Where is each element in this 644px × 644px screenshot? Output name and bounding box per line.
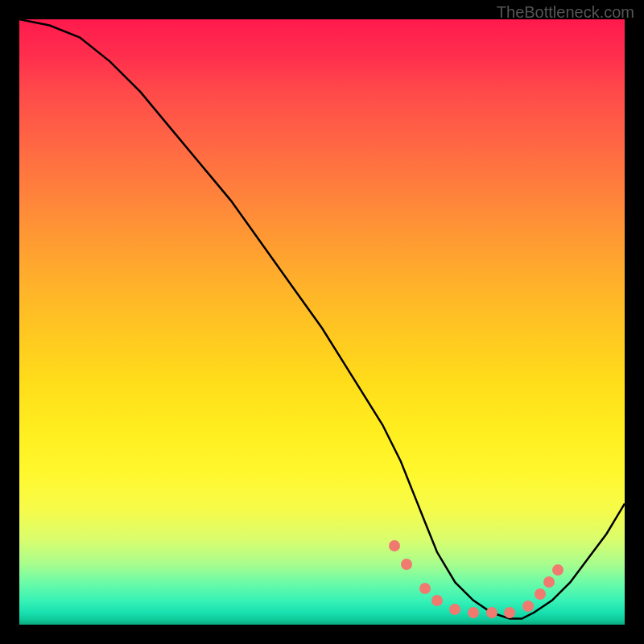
plot-area (19, 19, 625, 625)
curve-marker (486, 607, 497, 618)
curve-marker (543, 576, 555, 588)
curve-marker (522, 601, 534, 612)
curve-marker (552, 564, 564, 576)
curve-marker (535, 588, 546, 600)
curve-marker (419, 583, 431, 594)
curve-marker (504, 607, 515, 618)
marker-layer (19, 19, 625, 625)
watermark-text: TheBottleneck.com (497, 3, 634, 22)
curve-marker (389, 540, 400, 551)
curve-marker (468, 607, 479, 618)
curve-marker (449, 604, 460, 615)
curve-marker (401, 559, 412, 570)
curve-marker (431, 595, 443, 606)
